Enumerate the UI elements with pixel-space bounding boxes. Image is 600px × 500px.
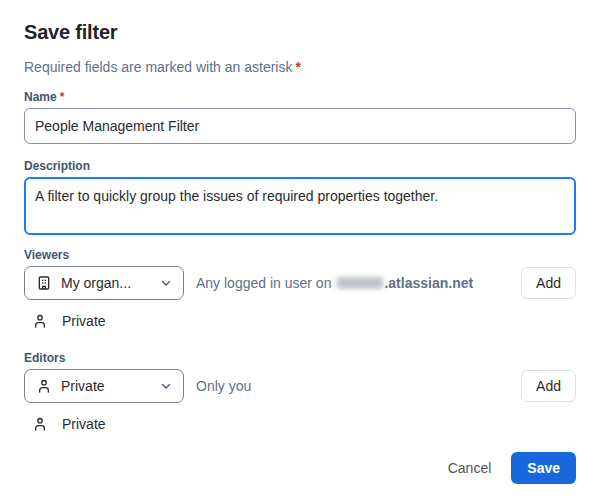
viewers-field-label: Viewers [24,247,576,263]
chevron-down-icon [159,276,173,290]
redacted-site-name [337,277,383,289]
cancel-button[interactable]: Cancel [440,454,500,482]
site-domain: .atlassian.net [384,273,473,293]
editors-field-label: Editors [24,350,576,366]
viewers-dropdown-value: My organ... [61,275,150,291]
editors-access-dropdown[interactable]: Private [24,369,184,403]
save-button[interactable]: Save [511,452,576,484]
person-icon [32,313,48,329]
editors-helper-text: Only you [196,376,251,396]
required-fields-note: Required fields are marked with an aster… [24,57,576,77]
chevron-down-icon [159,379,173,393]
viewers-access-dropdown[interactable]: My organ... [24,266,184,300]
editors-share-row: Private Only you Add [24,369,576,403]
person-icon [36,378,52,394]
dialog-footer: Cancel Save [24,452,576,484]
editors-dropdown-value: Private [61,378,150,394]
description-field-label: Description [24,158,576,174]
person-icon [32,416,48,432]
description-textarea[interactable]: A filter to quickly group the issues of … [24,177,576,235]
viewers-helper-text: Any logged in user on.atlassian.net [196,273,473,293]
name-required-asterisk: * [60,90,65,104]
save-filter-dialog: Save filter Required fields are marked w… [0,0,600,500]
viewers-current-access-row: Private [24,312,576,330]
required-note-text: Required fields are marked with an aster… [24,59,292,75]
name-field-label: Name* [24,89,576,105]
editors-current-access-label: Private [62,416,106,432]
viewers-share-row: My organ... Any logged in user on.atlass… [24,266,576,300]
dialog-title: Save filter [24,20,576,44]
office-building-icon [36,275,52,291]
editors-current-access-row: Private [24,415,576,433]
name-input[interactable] [24,108,576,144]
viewers-add-button[interactable]: Add [521,267,576,299]
required-asterisk: * [295,59,300,75]
editors-add-button[interactable]: Add [521,370,576,402]
viewers-current-access-label: Private [62,313,106,329]
